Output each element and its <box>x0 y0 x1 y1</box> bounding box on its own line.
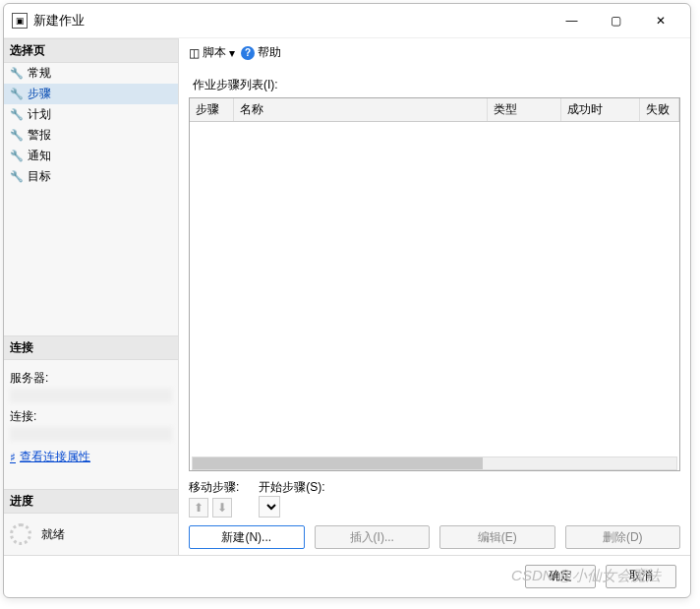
nav-label: 通知 <box>28 148 51 164</box>
insert-button[interactable]: 插入(I)... <box>315 525 431 549</box>
chevron-down-icon: ▾ <box>229 46 235 60</box>
close-button[interactable]: ✕ <box>638 6 682 35</box>
conn-label: 连接: <box>10 408 172 425</box>
col-step[interactable]: 步骤 <box>190 98 234 121</box>
step-list-label: 作业步骤列表(I): <box>193 77 680 93</box>
app-icon: ▣ <box>12 13 28 29</box>
nav-label: 警报 <box>28 127 51 144</box>
conn-value <box>10 427 172 441</box>
nav-label: 目标 <box>28 168 51 185</box>
connection-head: 连接 <box>4 335 178 360</box>
view-connection-link[interactable]: ♯查看连接属性 <box>10 449 172 465</box>
script-icon: ◫ <box>189 46 200 60</box>
script-dropdown[interactable]: ◫ 脚本 ▾ <box>189 44 235 61</box>
progress-head: 进度 <box>4 489 178 514</box>
help-icon: ? <box>241 46 255 60</box>
move-up-button[interactable]: ⬆ <box>189 498 208 518</box>
sidebar: 选择页 🔧常规 🔧步骤 🔧计划 🔧警报 🔧通知 🔧目标 连接 服务器: 连接: … <box>4 38 179 555</box>
start-label: 开始步骤(S): <box>259 479 680 496</box>
cancel-button[interactable]: 取消 <box>606 565 676 588</box>
cancel-label: 取消 <box>629 568 653 584</box>
connection-block: 服务器: 连接: ♯查看连接属性 <box>4 360 178 469</box>
spinner-icon <box>10 523 31 545</box>
toolbar: ◫ 脚本 ▾ ? 帮助 <box>189 44 680 67</box>
help-button[interactable]: ? 帮助 <box>241 44 281 61</box>
step-list-grid[interactable]: 步骤 名称 类型 成功时 失败 <box>189 97 680 471</box>
link-icon: ♯ <box>10 451 16 464</box>
nav-steps[interactable]: 🔧步骤 <box>4 84 178 104</box>
window-title: 新建作业 <box>33 12 85 30</box>
ok-button[interactable]: 确定 <box>525 565 596 588</box>
nav-notify[interactable]: 🔧通知 <box>4 146 178 166</box>
nav-alerts[interactable]: 🔧警报 <box>4 125 178 146</box>
wrench-icon: 🔧 <box>10 150 24 162</box>
start-block: 开始步骤(S): <box>259 479 680 518</box>
progress-row: 就绪 <box>4 514 178 555</box>
horizontal-scrollbar[interactable] <box>192 457 677 470</box>
nav-general[interactable]: 🔧常规 <box>4 63 178 84</box>
move-block: 移动步骤: ⬆ ⬇ <box>189 479 239 518</box>
nav-label: 步骤 <box>28 86 51 102</box>
link-text: 查看连接属性 <box>20 449 90 465</box>
dialog-window: ▣ 新建作业 — ▢ ✕ 选择页 🔧常规 🔧步骤 🔧计划 🔧警报 🔧通知 🔧目标… <box>3 3 691 598</box>
move-row: 移动步骤: ⬆ ⬇ 开始步骤(S): <box>189 479 680 518</box>
edit-button-label: 编辑(E) <box>478 529 517 546</box>
dialog-footer: 确定 取消 <box>4 555 690 596</box>
maximize-button[interactable]: ▢ <box>594 6 638 35</box>
start-step-select[interactable] <box>259 496 280 518</box>
nav-label: 计划 <box>28 106 51 123</box>
server-label: 服务器: <box>10 370 172 387</box>
wrench-icon: 🔧 <box>10 67 24 80</box>
grid-header: 步骤 名称 类型 成功时 失败 <box>190 98 679 122</box>
help-label: 帮助 <box>258 44 281 61</box>
script-label: 脚本 <box>203 44 226 61</box>
content-area: 选择页 🔧常规 🔧步骤 🔧计划 🔧警报 🔧通知 🔧目标 连接 服务器: 连接: … <box>4 38 690 555</box>
col-name[interactable]: 名称 <box>234 98 488 121</box>
minimize-button[interactable]: — <box>550 6 594 35</box>
col-fail[interactable]: 失败 <box>640 98 679 121</box>
select-page-head: 选择页 <box>4 38 178 63</box>
wrench-icon: 🔧 <box>10 129 24 142</box>
col-success[interactable]: 成功时 <box>561 98 640 121</box>
col-type[interactable]: 类型 <box>488 98 561 121</box>
delete-button[interactable]: 删除(D) <box>565 525 681 549</box>
edit-button[interactable]: 编辑(E) <box>439 525 555 549</box>
delete-button-label: 删除(D) <box>603 529 643 546</box>
new-button-label: 新建(N)... <box>221 529 271 546</box>
server-value <box>10 389 172 402</box>
insert-button-label: 插入(I)... <box>350 529 394 546</box>
new-button[interactable]: 新建(N)... <box>189 525 305 549</box>
main-panel: ◫ 脚本 ▾ ? 帮助 作业步骤列表(I): 步骤 名称 类型 成功时 失败 <box>179 38 690 555</box>
status-text: 就绪 <box>41 526 65 543</box>
ok-label: 确定 <box>549 568 572 584</box>
scroll-thumb[interactable] <box>193 457 483 469</box>
move-down-button[interactable]: ⬇ <box>212 498 232 518</box>
wrench-icon: 🔧 <box>10 88 24 100</box>
nav-label: 常规 <box>28 65 51 82</box>
nav-schedule[interactable]: 🔧计划 <box>4 104 178 125</box>
titlebar: ▣ 新建作业 — ▢ ✕ <box>4 4 690 38</box>
action-buttons: 新建(N)... 插入(I)... 编辑(E) 删除(D) <box>189 525 680 549</box>
wrench-icon: 🔧 <box>10 170 24 183</box>
wrench-icon: 🔧 <box>10 108 24 121</box>
nav-target[interactable]: 🔧目标 <box>4 166 178 187</box>
move-label: 移动步骤: <box>189 479 239 496</box>
